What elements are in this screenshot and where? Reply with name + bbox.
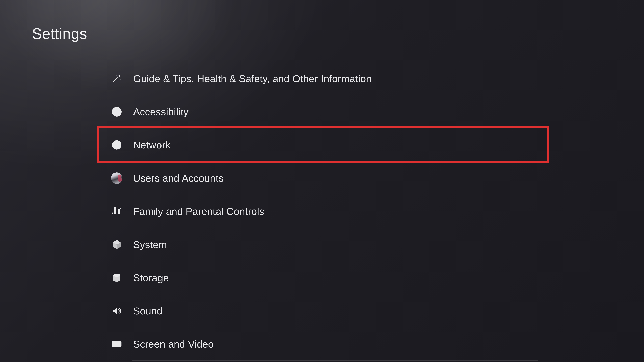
globe-icon [110, 138, 124, 152]
svg-point-3 [115, 141, 118, 149]
menu-item-accessibility[interactable]: Accessibility [99, 95, 538, 128]
menu-item-system[interactable]: System [99, 228, 538, 261]
storage-icon [110, 271, 124, 284]
svg-point-6 [118, 209, 120, 211]
menu-item-label: Screen and Video [133, 338, 214, 350]
svg-rect-5 [114, 210, 116, 214]
accessibility-icon [110, 105, 124, 118]
menu-item-label: System [133, 239, 167, 250]
menu-item-label: Storage [133, 272, 169, 284]
avatar-icon [110, 171, 124, 185]
svg-rect-7 [118, 211, 120, 214]
settings-menu: Guide & Tips, Health & Safety, and Other… [99, 62, 538, 361]
page-title: Settings [32, 25, 87, 42]
menu-item-label: Network [133, 139, 170, 151]
menu-item-label: Accessibility [133, 106, 189, 118]
menu-item-screen-video[interactable]: Screen and Video [99, 328, 538, 361]
menu-item-label: Users and Accounts [133, 172, 224, 184]
menu-item-label: Family and Parental Controls [133, 206, 264, 217]
menu-item-users-accounts[interactable]: Users and Accounts [99, 162, 538, 195]
display-icon [110, 337, 124, 351]
menu-item-sound[interactable]: Sound [99, 294, 538, 328]
menu-item-storage[interactable]: Storage [99, 261, 538, 294]
family-icon [110, 205, 124, 218]
menu-item-guide-tips[interactable]: Guide & Tips, Health & Safety, and Other… [99, 62, 538, 95]
divider [132, 361, 538, 361]
menu-item-label: Sound [133, 305, 162, 317]
speaker-icon [110, 304, 124, 318]
sparkle-wand-icon [110, 72, 124, 85]
menu-item-network[interactable]: Network [99, 128, 538, 162]
menu-item-label: Guide & Tips, Health & Safety, and Other… [133, 73, 372, 84]
svg-rect-9 [112, 341, 121, 347]
svg-point-1 [116, 109, 118, 110]
cube-icon [110, 238, 124, 251]
svg-point-4 [114, 207, 116, 210]
menu-item-family-parental[interactable]: Family and Parental Controls [99, 195, 538, 228]
